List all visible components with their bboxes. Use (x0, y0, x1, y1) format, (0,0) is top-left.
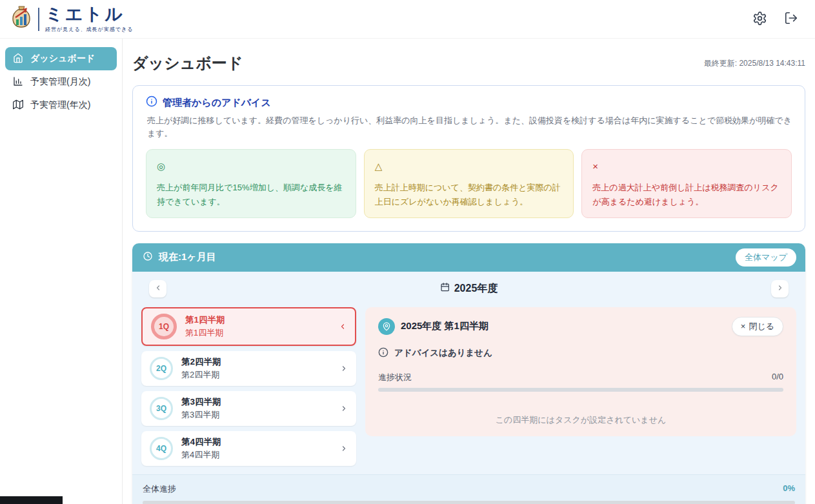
page-title: ダッシュボード (132, 53, 243, 74)
progress-value: 0/0 (772, 372, 783, 383)
advice-description: 売上が好調に推移しています。経費の管理をしっかり行い、利益率の向上を目指しましょ… (147, 114, 792, 139)
logo-moneybag-icon (10, 5, 32, 34)
logout-button[interactable] (784, 11, 798, 27)
quarter-detail-panel: 2025年度 第1四半期 × 閉じる (365, 307, 796, 436)
gear-icon (752, 11, 767, 28)
advice-box-bad: × 売上の過大計上や前倒し計上は税務調査のリスクが高まるため避けましょう。 (581, 149, 792, 218)
advice-box-text: 売上計上時期について、契約書の条件と実際の計上日にズレがないか再確認しましょう。 (375, 183, 561, 207)
next-year-button[interactable] (771, 280, 789, 297)
close-button-label: 閉じる (749, 321, 774, 332)
quarter-title: 第2四半期 (181, 356, 332, 368)
quarter-subtitle: 第3四半期 (181, 409, 332, 421)
admin-advice-card: 管理者からのアドバイス 売上が好調に推移しています。経費の管理をしっかり行い、利… (132, 85, 805, 232)
overall-progress-section: 全体進捗 0% 2025年度 - 2035年度 残り:10年0ヶ月 (132, 474, 805, 504)
year-navigation: 2025年度 (141, 280, 796, 297)
sidebar-item-monthly[interactable]: 予実管理(月次) (5, 70, 117, 94)
logo-divider (38, 8, 39, 31)
advice-box-warning: △ 売上計上時期について、契約書の条件と実際の計上日にズレがないか再確認しましょ… (364, 149, 574, 218)
advice-title: 管理者からのアドバイス (163, 97, 271, 109)
bad-symbol: × (592, 158, 781, 175)
calendar-icon (440, 283, 450, 295)
overall-progress-bar (143, 501, 795, 504)
advice-empty-text: アドバイスはありません (394, 347, 492, 359)
chevron-right-icon (340, 365, 348, 372)
location-pin-icon (378, 318, 395, 335)
good-symbol: ◎ (157, 158, 345, 175)
bar-chart-icon (13, 76, 23, 88)
quarter-badge: 4Q (150, 437, 173, 460)
home-icon (13, 53, 23, 65)
quarter-progress-bar (378, 388, 783, 392)
prev-year-button[interactable] (149, 280, 166, 297)
quarter-subtitle: 第2四半期 (181, 369, 332, 381)
quarter-subtitle: 第4四半期 (181, 449, 332, 461)
sidebar-item-yearly[interactable]: 予実管理(年次) (5, 94, 117, 117)
quarter-title: 第1四半期 (185, 314, 330, 326)
roadmap-header: 現在:1ヶ月目 全体マップ (132, 243, 805, 272)
quarter-card-q1[interactable]: 1Q 第1四半期 第1四半期 (141, 307, 356, 346)
year-label: 2025年度 (454, 282, 498, 296)
advice-box-text: 売上の過大計上や前倒し計上は税務調査のリスクが高まるため避けましょう。 (592, 183, 778, 207)
chevron-right-icon (776, 284, 784, 294)
logo-tagline: 経営が見える、成長が実感できる (45, 26, 133, 33)
logout-icon (784, 11, 798, 27)
quarter-subtitle: 第1四半期 (185, 327, 330, 339)
chevron-left-icon (339, 323, 347, 330)
info-circle-icon (378, 347, 388, 359)
overall-progress-label: 全体進捗 (143, 483, 176, 495)
quarter-card-q3[interactable]: 3Q 第3四半期 第3四半期 (141, 391, 356, 426)
logo: ミエトル 経営が見える、成長が実感できる (10, 5, 133, 34)
info-icon (146, 96, 157, 110)
clock-icon (143, 251, 153, 263)
advice-box-text: 売上が前年同月比で15%増加し、順調な成長を維持できています。 (157, 183, 343, 207)
map-icon (13, 99, 23, 112)
status-bar-fragment (0, 496, 63, 504)
detail-title: 2025年度 第1四半期 (401, 320, 488, 332)
warning-symbol: △ (375, 158, 563, 175)
no-tasks-message: この四半期にはタスクが設定されていません (378, 414, 783, 426)
quarter-badge: 1Q (151, 314, 177, 339)
last-updated: 最終更新: 2025/8/13 14:43:11 (704, 58, 805, 69)
sidebar-item-label: 予実管理(月次) (30, 76, 90, 88)
app-header: ミエトル 経営が見える、成長が実感できる (0, 0, 815, 39)
roadmap-card: 現在:1ヶ月目 全体マップ (132, 243, 805, 504)
overall-map-button[interactable]: 全体マップ (736, 248, 796, 267)
quarter-card-q4[interactable]: 4Q 第4四半期 第4四半期 (141, 431, 356, 466)
current-month-label: 現在:1ヶ月目 (159, 251, 216, 263)
quarter-title: 第3四半期 (181, 396, 332, 408)
overall-progress-percent: 0% (783, 483, 795, 495)
close-button[interactable]: × 閉じる (732, 317, 783, 336)
quarter-badge: 3Q (150, 397, 173, 420)
sidebar-item-dashboard[interactable]: ダッシュボード (5, 47, 117, 70)
settings-button[interactable] (752, 11, 767, 28)
advice-box-good: ◎ 売上が前年同月比で15%増加し、順調な成長を維持できています。 (146, 149, 356, 218)
close-x-icon: × (741, 321, 746, 331)
sidebar: ダッシュボード 予実管理(月次) 予実管理(年次) (0, 39, 123, 504)
quarter-list: 1Q 第1四半期 第1四半期 2Q 第 (141, 307, 356, 471)
progress-label: 進捗状況 (378, 372, 412, 383)
chevron-left-icon (154, 284, 162, 294)
quarter-badge: 2Q (150, 357, 173, 380)
chevron-right-icon (340, 405, 348, 412)
chevron-right-icon (340, 445, 348, 452)
sidebar-item-label: ダッシュボード (30, 53, 95, 65)
main-content: ダッシュボード 最終更新: 2025/8/13 14:43:11 管理者からのア… (123, 39, 815, 504)
sidebar-item-label: 予実管理(年次) (30, 99, 90, 111)
quarter-title: 第4四半期 (181, 436, 332, 448)
logo-title: ミエトル (45, 6, 133, 23)
quarter-card-q2[interactable]: 2Q 第2四半期 第2四半期 (141, 351, 356, 386)
